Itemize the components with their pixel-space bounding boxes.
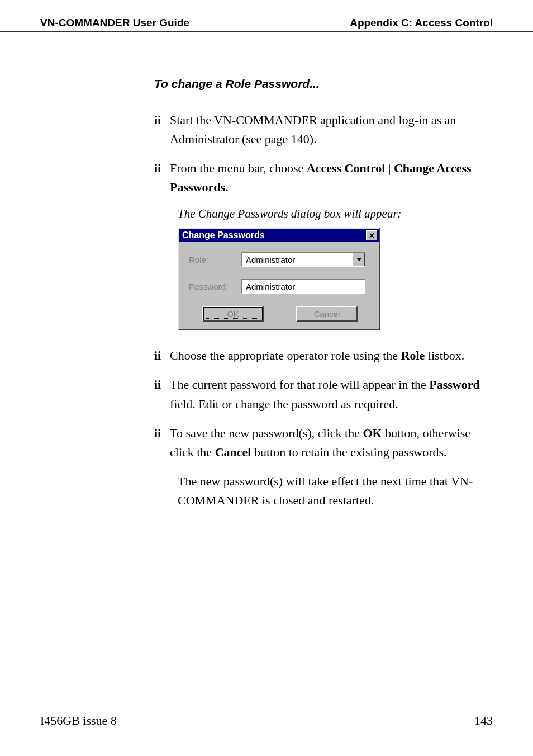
step-2-text: From the menu bar, choose Access Control… <box>170 159 493 197</box>
step-5-bold1: OK <box>363 426 382 440</box>
step-5-part3: button to retain the existing passwords. <box>251 445 446 459</box>
role-row: Role: Administrator <box>189 252 371 267</box>
dialog-button-row: OK Cancel <box>189 306 371 322</box>
cancel-button[interactable]: Cancel <box>296 306 358 322</box>
step-1-text: Start the VN-COMMANDER application and l… <box>170 111 493 149</box>
step-4-text: The current password for that role will … <box>170 375 493 413</box>
step-5-bold2: Cancel <box>215 445 251 459</box>
step-4-part2: field. Edit or change the password as re… <box>170 397 398 411</box>
cancel-button-label: Cancel <box>314 309 340 319</box>
step-5: ii To save the new password(s), click th… <box>154 424 493 462</box>
close-button[interactable]: ✕ <box>366 230 377 240</box>
bullet-icon: ii <box>154 424 164 462</box>
role-dropdown[interactable]: Administrator <box>241 252 365 267</box>
step-3: ii Choose the appropriate operator role … <box>154 346 493 365</box>
step-5-note: The new password(s) will take effect the… <box>178 472 493 510</box>
bullet-icon: ii <box>154 375 164 413</box>
step-2-bold1: Access Control <box>307 161 386 175</box>
step-3-text: Choose the appropriate operator role usi… <box>170 346 493 365</box>
dialog-body: Role: Administrator Password: Administra… <box>179 242 379 329</box>
password-label: Password: <box>189 282 241 291</box>
bullet-icon: ii <box>154 159 164 197</box>
footer-left: I456GB issue 8 <box>40 714 117 728</box>
step-3-part2: listbox. <box>425 348 464 362</box>
step-5-part1: To save the new password(s), click the <box>170 426 363 440</box>
page-footer: I456GB issue 8 143 <box>40 714 493 728</box>
step-3-bold: Role <box>401 348 425 362</box>
step-4-bold: Password <box>429 377 479 391</box>
step-2: ii From the menu bar, choose Access Cont… <box>154 159 493 197</box>
page-content: To change a Role Password... ii Start th… <box>0 32 533 510</box>
step-4: ii The current password for that role wi… <box>154 375 493 413</box>
dialog-titlebar: Change Passwords ✕ <box>179 229 379 242</box>
password-row: Password: Administrator <box>189 279 371 294</box>
close-icon: ✕ <box>369 232 375 239</box>
chevron-down-icon <box>354 253 365 266</box>
page-header: VN-COMMANDER User Guide Appendix C: Acce… <box>0 0 533 32</box>
dialog-caption: The Change Passwords dialog box will app… <box>178 207 493 221</box>
ok-button[interactable]: OK <box>202 306 264 322</box>
header-left: VN-COMMANDER User Guide <box>40 17 189 29</box>
ok-button-label: OK <box>227 309 239 319</box>
header-right: Appendix C: Access Control <box>350 17 493 29</box>
step-2-sep: | <box>385 161 393 175</box>
change-passwords-dialog: Change Passwords ✕ Role: Administrator <box>178 228 380 330</box>
dialog-screenshot: Change Passwords ✕ Role: Administrator <box>178 228 493 330</box>
bullet-icon: ii <box>154 346 164 365</box>
role-label: Role: <box>189 255 241 264</box>
section-title: To change a Role Password... <box>154 77 493 91</box>
dialog-title: Change Passwords <box>182 230 265 240</box>
password-input[interactable]: Administrator <box>241 279 365 294</box>
step-4-part1: The current password for that role will … <box>170 377 429 391</box>
step-1: ii Start the VN-COMMANDER application an… <box>154 111 493 149</box>
step-5-text: To save the new password(s), click the O… <box>170 424 493 462</box>
step-2-part1: From the menu bar, choose <box>170 161 307 175</box>
step-3-part1: Choose the appropriate operator role usi… <box>170 348 401 362</box>
footer-page-number: 143 <box>474 714 493 728</box>
bullet-icon: ii <box>154 111 164 149</box>
svg-marker-0 <box>357 258 361 261</box>
role-dropdown-value: Administrator <box>242 253 354 266</box>
